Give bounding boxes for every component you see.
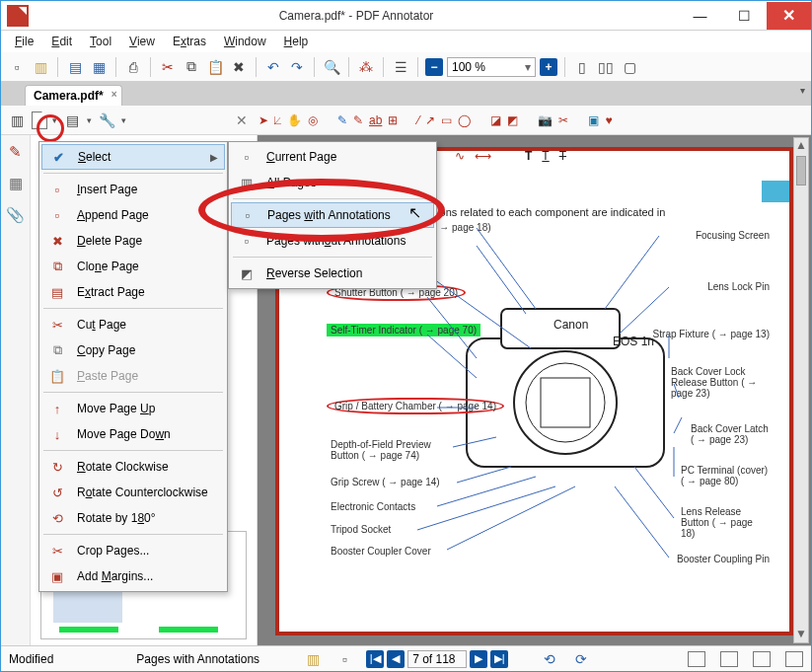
zoom-out-button[interactable]: − [425,58,443,76]
menu-delete-page[interactable]: ✖Delete Page [41,228,225,254]
zoom-field[interactable]: 100 %▾ [447,57,536,77]
rotate-ccw-icon: ↺ [45,485,69,500]
redo-icon[interactable]: ↷ [287,57,307,77]
sidebar-toggle-icon[interactable]: ▥ [7,111,27,130]
strike-icon[interactable]: T [559,149,566,163]
arrow-tool-icon[interactable]: ↗ [425,113,435,127]
tab-document[interactable]: Camera.pdf* × [25,85,122,106]
zoom-in-button[interactable]: + [540,58,557,76]
menu-rotate-180[interactable]: ⟲Rotate by 180° [41,505,225,531]
status-doc-icon[interactable]: ▫ [334,649,354,669]
menu-extras[interactable]: Extras [165,33,214,50]
menu-move-down[interactable]: ↓Move Page Down [41,421,225,447]
bookmark-icon[interactable]: ⁂ [356,57,376,77]
highlighter-tool-icon[interactable]: ✎ [353,113,363,127]
attach-icon[interactable]: 📎 [6,206,25,224]
stamp-tool-icon[interactable]: ⊞ [388,113,398,127]
menu-tool[interactable]: Tool [82,33,119,50]
copy-icon[interactable]: ⧉ [182,57,201,77]
menu-cut-page[interactable]: ✂Cut Page [41,312,225,337]
menu-append-page[interactable]: ▫Append Page [41,202,225,228]
menu-file[interactable]: File [7,33,41,50]
submenu-reverse-selection[interactable]: ◩Reverse Selection [231,261,434,286]
toolbox-icon[interactable]: ▦ [9,175,23,192]
rect-tool-icon[interactable]: ▭ [441,113,452,127]
menu-paste-page[interactable]: 📋Paste Page [41,363,225,389]
singlepage-icon[interactable]: ▯ [572,57,592,77]
pen-favorite-icon[interactable]: ✎ [9,143,22,161]
hand-tool-icon[interactable]: ✋ [287,113,302,127]
view-continuous-icon[interactable] [720,651,738,667]
camera-tool-icon[interactable]: 📷 [538,113,553,127]
panel-close-icon[interactable]: ✕ [236,112,254,128]
text-tool-icon[interactable]: ab [369,113,382,127]
save-icon[interactable]: ▤ [65,57,85,77]
minimize-button[interactable] [678,2,722,30]
menu-move-up[interactable]: ↑Move Page Up [41,396,225,421]
vertical-scrollbar[interactable]: ▲ ▼ [793,137,809,643]
last-page-button[interactable]: ▶| [490,650,508,668]
curve-tool-icon[interactable]: ∿ [455,149,465,163]
ellipse-tool-icon[interactable]: ◯ [458,113,471,127]
menu-select[interactable]: Select ▶ [41,144,225,170]
dimension-tool-icon[interactable]: ⟷ [475,149,491,163]
crop-tool-icon[interactable]: ✂ [558,113,568,127]
saveas-icon[interactable]: ▦ [89,57,109,77]
menu-rotate-ccw[interactable]: ↺Rotate Counterclockwise [41,480,225,505]
prev-page-button[interactable]: ◀ [387,650,405,668]
view-facing-icon[interactable] [753,651,771,667]
submenu-all-pages[interactable]: ▥All Pages [231,170,434,195]
list-icon[interactable]: ☰ [391,57,410,77]
eraser-tool-icon[interactable]: ◪ [490,113,501,127]
menu-insert-page[interactable]: ▫Insert Page [41,177,225,202]
menu-extract-page[interactable]: ▤Extract Page [41,279,225,305]
submenu-current-page[interactable]: ▫Current Page [231,144,434,170]
submenu-pages-with-annotations[interactable]: ▫Pages with Annotations [231,202,434,228]
underline-icon[interactable]: T [542,149,549,163]
favorite-tool-icon[interactable]: ♥ [605,113,612,127]
snapshot-tool-icon[interactable]: ◎ [308,113,318,127]
undo-icon[interactable]: ↶ [263,57,283,77]
split-eraser-icon[interactable]: ◩ [507,113,518,127]
bold-icon[interactable]: T [525,149,532,163]
print-icon[interactable]: ⎙ [123,57,143,77]
maximize-button[interactable] [722,2,767,30]
page-icon[interactable] [32,112,47,129]
fullscreen-icon[interactable]: ▢ [620,57,639,77]
line-tool-icon[interactable]: ∕ [417,113,419,127]
page-number-field[interactable]: 7 of 118 [407,650,467,668]
menu-copy-page[interactable]: ⧉Copy Page [41,337,225,363]
menu-view[interactable]: View [121,33,163,50]
next-page-button[interactable]: ▶ [470,650,487,668]
twopage-icon[interactable]: ▯▯ [596,57,616,77]
menu-rotate-cw[interactable]: ↻Rotate Clockwise [41,454,225,480]
cut-icon[interactable]: ✂ [158,57,178,77]
paste-icon[interactable]: 📋 [205,57,225,77]
menu-edit[interactable]: Edit [43,33,80,50]
layout-icon[interactable]: ▤ [62,111,82,130]
fwd-view-button[interactable]: ⟳ [571,649,591,669]
menu-window[interactable]: Window [216,33,274,50]
menu-help[interactable]: Help [276,33,317,50]
menu-crop-pages[interactable]: ✂Crop Pages... [41,538,225,563]
menu-clone-page[interactable]: ⧉Clone Page [41,254,225,279]
menu-add-margins[interactable]: ▣Add Margins... [41,563,225,589]
first-page-button[interactable]: |◀ [366,650,384,668]
view-book-icon[interactable] [785,651,803,667]
lasso-tool-icon[interactable]: ⟀ [274,113,281,127]
open-icon[interactable]: ▥ [31,57,50,77]
new-icon[interactable]: ▫ [7,57,27,77]
image-tool-icon[interactable]: ▣ [588,113,599,127]
tab-close-icon[interactable]: × [111,89,117,100]
wrench-icon[interactable]: 🔧 [97,111,116,130]
pen-tool-icon[interactable]: ✎ [337,113,347,127]
pointer-tool-icon[interactable]: ➤ [258,113,268,127]
close-button[interactable] [767,2,811,30]
submenu-pages-without-annotations[interactable]: ▫Pages without Annotations [231,228,434,254]
view-single-icon[interactable] [688,651,705,667]
find-icon[interactable]: 🔍 [322,57,341,77]
delete-icon[interactable]: ✖ [229,57,249,77]
status-page-icon[interactable]: ▥ [303,649,323,669]
tabs-overflow-icon[interactable]: ▾ [800,85,805,96]
back-view-button[interactable]: ⟲ [540,649,559,669]
